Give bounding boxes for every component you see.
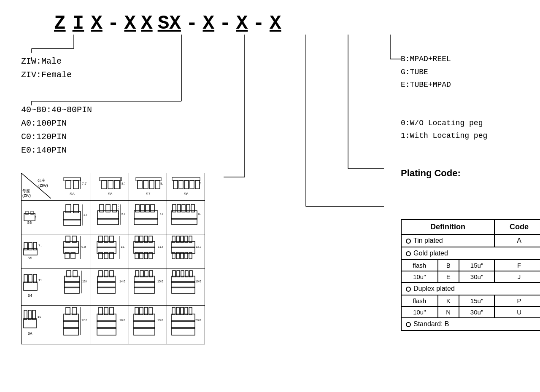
svg-text:S5: S5 xyxy=(28,256,32,260)
svg-text:S6: S6 xyxy=(184,192,188,196)
svg-text:2.7: 2.7 xyxy=(35,216,36,219)
connector-table-container: 公座 (ZIW) 母座 (ZIV) xyxy=(21,164,205,344)
pin-40-label: 40~80:40~80PIN xyxy=(21,103,92,117)
conn-s5-sa: 9.0 xyxy=(57,235,87,267)
gold-header-row: Gold plated xyxy=(401,247,540,260)
svg-rect-51 xyxy=(26,211,28,215)
conn-sa-sa: 17.0 xyxy=(57,306,87,342)
plating-code-section: Plating Code: Definition Code Tin plated xyxy=(401,168,540,179)
gold-r2-c2: E xyxy=(438,271,459,282)
svg-rect-171 xyxy=(32,310,35,320)
pkg-g: G:TUBE xyxy=(401,66,540,79)
conn-s8-header: S8 8.7 xyxy=(95,174,125,199)
duplex-r1-c3: 15u" xyxy=(459,295,494,306)
svg-text:7.7: 7.7 xyxy=(199,182,201,185)
pkg-e: E:TUBE+MPAD xyxy=(401,78,540,91)
conn-s4-s8: 14.0 xyxy=(95,270,125,303)
packaging-labels: B:MPAD+REEL G:TUBE E:TUBE+MPAD xyxy=(401,53,540,91)
svg-rect-23 xyxy=(73,180,78,189)
svg-rect-169 xyxy=(24,310,27,320)
gold-r1-c1: flash xyxy=(401,260,438,271)
svg-text:公座: 公座 xyxy=(38,178,45,183)
svg-rect-172 xyxy=(24,319,36,328)
cell-s5-sa: 9.0 xyxy=(53,234,91,269)
conn-s4-sa: 13.0 xyxy=(57,270,87,303)
svg-rect-28 xyxy=(102,180,107,189)
tin-cell: Tin plated xyxy=(401,234,494,247)
svg-rect-52 xyxy=(31,211,33,215)
corner-diagonal: 公座 (ZIW) 母座 (ZIV) xyxy=(22,173,51,199)
cell-s5-s7: 11.5 xyxy=(129,234,167,269)
diagram-wrapper: Z I X - X X SX - X - X - X xyxy=(17,13,523,384)
svg-text:15.0: 15.0 xyxy=(157,280,163,283)
corner-header: 公座 (ZIW) 母座 (ZIV) xyxy=(22,173,53,201)
svg-text:14.0: 14.0 xyxy=(119,280,125,283)
svg-rect-29 xyxy=(108,180,113,189)
plating-code-title: Plating Code: xyxy=(401,168,540,179)
table-row-s4: S4 11.7 13 xyxy=(22,269,205,306)
gold-r2-c3: 30u" xyxy=(459,271,494,282)
row-label-s4: S4 11.7 xyxy=(22,269,53,306)
svg-rect-42 xyxy=(173,180,178,189)
connector-table: 公座 (ZIW) 母座 (ZIV) xyxy=(21,173,205,344)
duplex-circle xyxy=(406,287,411,292)
duplex-r1-c2: K xyxy=(438,295,459,306)
svg-text:11.7: 11.7 xyxy=(38,279,42,282)
svg-rect-45 xyxy=(190,180,194,189)
gold-r1-c3: 15u" xyxy=(459,260,494,271)
conn-s5-s6: 12.0 xyxy=(171,235,201,267)
duplex-r1-c4: P xyxy=(494,295,540,306)
svg-rect-30 xyxy=(114,180,119,189)
svg-text:12.0: 12.0 xyxy=(196,245,201,248)
pin-labels: 40~80:40~80PIN A0:100PIN C0:120PIN E0:14… xyxy=(21,103,92,157)
right-section: B:MPAD+REEL G:TUBE E:TUBE+MPAD 0:W/O Loc… xyxy=(401,53,540,182)
standard-row: Standard: B xyxy=(401,318,540,330)
row-sa-icon: SA 15.7 xyxy=(23,309,42,339)
main-container: Z I X - X X SX - X - X - X xyxy=(0,0,540,392)
svg-text:11.5: 11.5 xyxy=(158,245,163,248)
svg-text:S6: S6 xyxy=(27,221,32,225)
cell-s6-s8: 6.0 xyxy=(91,201,129,234)
svg-text:母座: 母座 xyxy=(22,189,30,193)
locating-peg-labels: 0:W/O Locating peg 1:With Locating peg xyxy=(401,117,540,142)
svg-text:8.7: 8.7 xyxy=(122,182,125,185)
svg-text:(ZIW): (ZIW) xyxy=(38,183,48,188)
ziw-label: ZIW:Male xyxy=(21,55,72,68)
def-header: Definition xyxy=(401,220,494,234)
duplex-row2: 10u" N 30u" U xyxy=(401,306,540,318)
cell-s4-sa: 13.0 xyxy=(53,269,91,306)
svg-text:17.0: 17.0 xyxy=(81,319,87,322)
cell-sa-s8: 18.0 xyxy=(91,306,129,344)
conn-s4-s7: 15.0 xyxy=(133,270,163,303)
duplex-r2-c2: N xyxy=(438,306,459,318)
duplex-r1-c1: flash xyxy=(401,295,438,306)
conn-s5-s7: 11.5 xyxy=(133,235,163,267)
type-labels: ZIW:Male ZIV:Female xyxy=(21,55,72,82)
svg-text:8.0: 8.0 xyxy=(198,212,201,216)
conn-s6-sa: 3.5 xyxy=(57,202,87,232)
pkg-b: B:MPAD+REEL xyxy=(401,53,540,66)
conn-sa-s6: 20.0 xyxy=(171,306,201,342)
gold-row2: 10u" E 30u" J xyxy=(401,271,540,282)
svg-text:19.0: 19.0 xyxy=(157,319,163,322)
loc-0: 0:W/O Locating peg xyxy=(401,117,540,130)
svg-rect-36 xyxy=(143,180,148,189)
svg-rect-135 xyxy=(24,282,37,290)
standard-circle xyxy=(406,322,411,327)
svg-text:7.2: 7.2 xyxy=(38,244,42,247)
svg-text:S7: S7 xyxy=(146,192,150,196)
svg-text:16.0: 16.0 xyxy=(195,280,201,283)
duplex-r2-c3: 30u" xyxy=(459,306,494,318)
pin-c0-label: C0:120PIN xyxy=(21,130,92,144)
svg-rect-133 xyxy=(29,274,32,283)
duplex-header-row: Duplex plated xyxy=(401,282,540,295)
svg-text:7.7: 7.7 xyxy=(82,182,87,185)
duplex-r2-c1: 10u" xyxy=(401,306,438,318)
svg-text:20.0: 20.0 xyxy=(195,319,201,322)
cell-sa-s6: 20.0 xyxy=(167,306,205,344)
row-label-s6: S6 2.7 xyxy=(22,201,53,234)
svg-rect-38 xyxy=(155,180,160,189)
row-s4-icon: S4 11.7 xyxy=(23,274,42,299)
standard-cell: Standard: B xyxy=(401,318,540,330)
row-s6-icon: S6 2.7 xyxy=(23,210,36,225)
